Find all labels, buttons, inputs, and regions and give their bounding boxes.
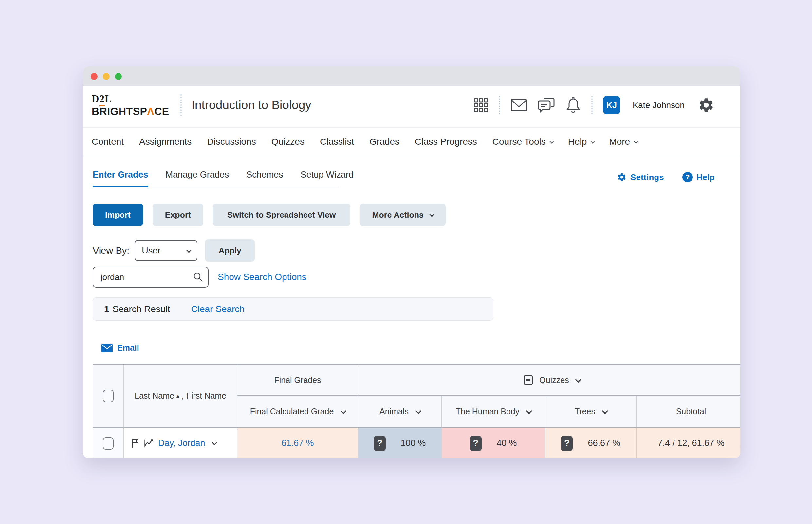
gear-icon[interactable] <box>698 97 715 114</box>
mail-icon[interactable] <box>511 99 527 111</box>
subtotal-value-cell: 7.4 / 12, 61.67 % <box>636 428 740 458</box>
search-result-count: 1 <box>104 304 109 314</box>
final-grades-group-header: Final Grades <box>237 364 358 396</box>
search-result-text: Search Result <box>113 304 170 314</box>
browser-window: D2L BRIGHTSPΛCE Introduction to Biology <box>83 66 740 458</box>
email-button[interactable]: Email <box>101 343 139 353</box>
tab-manage-grades[interactable]: Manage Grades <box>166 170 229 187</box>
clear-search-link[interactable]: Clear Search <box>191 304 244 314</box>
logo-brightspace-pre: BRIGHTSP <box>92 105 147 117</box>
chevron-down-icon <box>429 212 434 217</box>
logo-brightspace-post: CE <box>154 105 169 117</box>
ungraded-question-badge: ? <box>374 436 386 451</box>
logo-caret: Λ <box>147 105 154 117</box>
human-body-column-header[interactable]: The Human Body <box>442 396 545 428</box>
minimize-window-button[interactable] <box>103 73 110 80</box>
chat-icon[interactable] <box>537 97 555 113</box>
grades-toolbar: Import Export Switch to Spreadsheet View… <box>93 204 446 226</box>
chevron-down-icon <box>591 139 595 144</box>
user-name[interactable]: Kate Johnson <box>633 100 685 110</box>
user-avatar[interactable]: KJ <box>603 96 620 114</box>
human-body-grade-cell[interactable]: ? 40 % <box>442 428 545 458</box>
chevron-down-icon <box>415 408 421 414</box>
chevron-down-icon <box>186 248 192 253</box>
search-icon[interactable] <box>193 272 203 282</box>
settings-gear-icon <box>617 172 627 182</box>
notifications-bell-icon[interactable] <box>566 97 581 113</box>
header-separator-dots <box>499 96 500 114</box>
chevron-down-icon <box>341 408 346 414</box>
final-calculated-grade-header[interactable]: Final Calculated Grade <box>237 396 358 428</box>
logo-d2l: D <box>92 93 99 104</box>
trees-grade-cell[interactable]: ? 66.67 % <box>545 428 636 458</box>
settings-link[interactable]: Settings <box>617 172 664 182</box>
chevron-down-icon <box>549 139 554 144</box>
student-name-cell: Day, Jordan <box>124 428 237 458</box>
subtotal-column-header: Subtotal <box>636 396 740 428</box>
quizzes-group-header: Quizzes <box>358 364 740 396</box>
sort-ascending-icon: ▲ <box>176 393 180 398</box>
select-all-cell <box>93 364 124 428</box>
email-envelope-icon <box>101 344 113 353</box>
window-titlebar <box>83 66 740 86</box>
course-title: Introduction to Biology <box>192 98 311 112</box>
nav-item-class-progress[interactable]: Class Progress <box>415 136 477 147</box>
switch-spreadsheet-view-button[interactable]: Switch to Spreadsheet View <box>213 204 350 226</box>
search-result-banner: 1 Search Result Clear Search <box>93 297 493 321</box>
help-question-icon: ? <box>682 172 693 182</box>
nav-item-help[interactable]: Help <box>568 136 594 147</box>
nav-item-course-tools[interactable]: Course Tools <box>493 136 553 147</box>
flag-icon[interactable] <box>131 438 139 449</box>
brightspace-logo[interactable]: D2L BRIGHTSPΛCE <box>92 94 169 117</box>
final-calculated-grade-value[interactable]: 61.67 % <box>237 428 358 458</box>
more-actions-button[interactable]: More Actions <box>360 204 446 226</box>
app-header: D2L BRIGHTSPΛCE Introduction to Biology <box>83 86 740 128</box>
tab-setup-wizard[interactable]: Setup Wizard <box>301 170 354 187</box>
activity-chart-icon[interactable] <box>144 438 154 448</box>
header-separator-dots <box>180 94 182 116</box>
ungraded-question-badge: ? <box>561 436 573 451</box>
trees-column-header[interactable]: Trees <box>545 396 636 428</box>
apply-button[interactable]: Apply <box>205 240 255 262</box>
nav-item-more[interactable]: More <box>609 136 637 147</box>
chevron-down-icon[interactable] <box>575 376 581 382</box>
nav-item-grades[interactable]: Grades <box>369 136 399 147</box>
nav-item-discussions[interactable]: Discussions <box>207 136 256 147</box>
course-navbar: Content Assignments Discussions Quizzes … <box>83 128 740 156</box>
chevron-down-icon[interactable] <box>212 440 217 445</box>
view-by-label: View By: <box>93 245 129 256</box>
export-button[interactable]: Export <box>153 204 203 226</box>
logo-d2l-two: 2 <box>99 93 105 107</box>
tab-schemes[interactable]: Schemes <box>246 170 283 187</box>
nav-item-classlist[interactable]: Classlist <box>320 136 354 147</box>
name-column-header[interactable]: Last Name ▲ , First Name <box>124 364 237 428</box>
show-search-options-link[interactable]: Show Search Options <box>218 272 306 282</box>
ungraded-question-badge: ? <box>470 436 482 451</box>
header-separator-dots <box>591 96 593 114</box>
search-input[interactable] <box>93 266 209 288</box>
logo-d2l-post: L <box>105 93 112 104</box>
select-all-checkbox[interactable] <box>103 390 114 402</box>
chevron-down-icon <box>602 408 608 414</box>
tab-enter-grades[interactable]: Enter Grades <box>93 170 148 187</box>
animals-column-header[interactable]: Animals <box>358 396 442 428</box>
apps-grid-icon[interactable] <box>474 98 488 113</box>
help-link[interactable]: ? Help <box>682 172 715 182</box>
animals-grade-cell[interactable]: ? 100 % <box>358 428 442 458</box>
nav-item-quizzes[interactable]: Quizzes <box>271 136 304 147</box>
nav-item-content[interactable]: Content <box>92 136 124 147</box>
chevron-down-icon <box>526 408 532 414</box>
view-by-select[interactable]: User <box>135 240 197 261</box>
import-button[interactable]: Import <box>93 204 143 226</box>
row-checkbox[interactable] <box>103 437 114 450</box>
grades-tabbar: Enter Grades Manage Grades Schemes Setup… <box>93 170 339 187</box>
nav-item-assignments[interactable]: Assignments <box>139 136 192 147</box>
row-select-cell <box>93 428 124 458</box>
grades-table: Last Name ▲ , First Name Final Grades Qu… <box>93 364 740 458</box>
close-window-button[interactable] <box>91 73 98 80</box>
collapse-quizzes-icon[interactable] <box>524 375 533 385</box>
student-name-link[interactable]: Day, Jordan <box>158 438 205 448</box>
zoom-window-button[interactable] <box>115 73 122 80</box>
chevron-down-icon <box>634 139 638 144</box>
